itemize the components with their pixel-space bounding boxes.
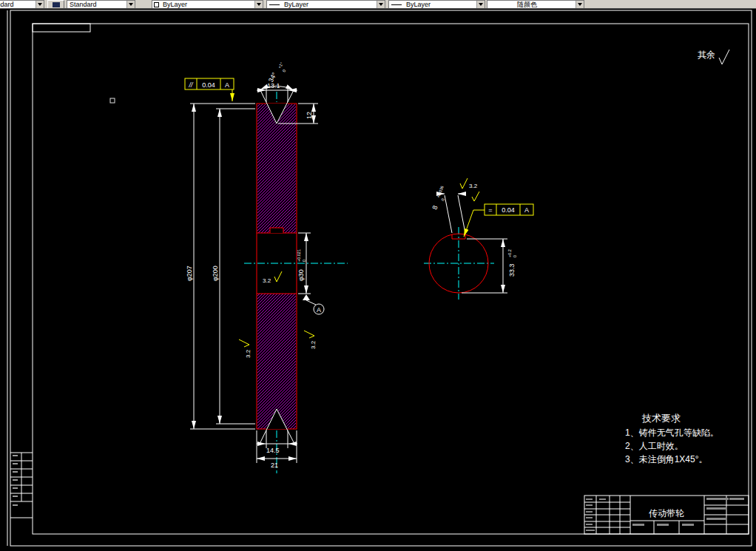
svg-text:3.2: 3.2: [245, 349, 252, 358]
chevron-down-icon[interactable]: [254, 1, 263, 8]
svg-text:3.2: 3.2: [310, 340, 317, 349]
dim-style-value: Standard: [0, 1, 36, 8]
plot-style-combo[interactable]: 随颜色: [487, 0, 584, 9]
lineweight-value: ByLayer: [404, 1, 476, 8]
linetype-icon: [269, 4, 280, 5]
roughness-right: 3.2: [304, 331, 317, 349]
text-style-value: Standard: [67, 1, 126, 8]
frame-left-cell-text-marks: [13, 455, 18, 506]
tolerance-frame-front: // 0.04 A: [185, 78, 234, 101]
roughness-left: 3.2: [239, 339, 252, 358]
dim-groove-bottom-width: 14.5: [266, 447, 280, 454]
tech-requirements: 技术要求 1、铸件无气孔等缺陷。 2、人工时效。 3、未注倒角1X45°。: [625, 413, 719, 464]
toolbar: Standard Standard ByLayer ByLayer ByLaye…: [0, 0, 756, 9]
dim-keyway-height-tol-upper: +0.2: [507, 249, 512, 257]
color-control-combo[interactable]: ByLayer: [152, 0, 263, 9]
dim-outer-diameter: φ207: [186, 266, 193, 281]
chevron-down-icon[interactable]: [126, 1, 135, 8]
chevron-down-icon[interactable]: [377, 1, 385, 8]
linetype-value: ByLayer: [282, 1, 377, 8]
text-style-combo[interactable]: Standard: [67, 0, 135, 9]
tolerance-value: 0.04: [502, 206, 515, 214]
color-control-value: ByLayer: [161, 1, 254, 8]
surface-finish-icon: [719, 50, 729, 64]
tech-req-item: 2、人工时效。: [625, 441, 684, 451]
dim-rim-width: 21: [271, 462, 278, 469]
dim-bore-tol-upper: +0.021: [297, 249, 301, 262]
style-manager-icon: [53, 2, 60, 7]
roughness-check-icon: [472, 192, 479, 201]
sheet-frame: [7, 10, 752, 546]
corner-note-text: 其余: [698, 50, 715, 60]
frame-left-cells: [10, 453, 33, 518]
lineweight-combo[interactable]: ByLayer: [388, 0, 485, 9]
drawing-canvas[interactable]: φ207 φ200 13.1 12 34° +1° 0 14.5 21 φ30 …: [0, 9, 756, 551]
dim-groove-angle-tol-upper: +1°: [277, 61, 284, 69]
dim-pitch-diameter: φ200: [212, 266, 219, 281]
chevron-down-icon[interactable]: [476, 1, 485, 8]
tech-req-title: 技术要求: [641, 413, 681, 424]
datum-label: A: [317, 306, 321, 314]
tech-req-item: 3、未注倒角1X45°。: [625, 454, 708, 464]
front-view: φ207 φ200 13.1 12 34° +1° 0 14.5 21 φ30 …: [185, 61, 348, 473]
dim-keyway-width-tol-upper: +0.036: [436, 185, 444, 198]
linetype-combo[interactable]: ByLayer: [266, 0, 385, 9]
style-manager-button[interactable]: [47, 0, 64, 9]
dim-style-combo[interactable]: Standard: [0, 0, 44, 9]
datum-flag: A: [303, 294, 324, 314]
tolerance-frame-side: = 0.04 A: [464, 204, 533, 237]
roughness-keyway: 3.2: [460, 178, 478, 189]
dim-keyway-height: 33.3: [508, 263, 516, 277]
dim-bore-diameter: φ30: [297, 269, 305, 281]
dim-groove-depth: 12: [306, 112, 313, 119]
chevron-down-icon[interactable]: [36, 1, 44, 8]
tolerance-datum: A: [524, 206, 529, 214]
color-swatch-icon: [154, 2, 159, 7]
part-name: 传动带轮: [649, 508, 684, 518]
dim-bore-tol-lower: 0: [302, 260, 306, 262]
cad-window: Standard Standard ByLayer ByLayer ByLaye…: [0, 0, 756, 551]
dim-groove-angle-tol-lower: 0: [282, 69, 287, 73]
tech-req-item: 1、铸件无气孔等缺陷。: [625, 427, 719, 438]
dim-keyway-width: 8: [431, 205, 439, 211]
plot-style-value: 随颜色: [487, 1, 576, 8]
corner-finish-note: 其余: [698, 50, 729, 64]
centerlines: [424, 227, 494, 300]
svg-text:3.2: 3.2: [263, 277, 271, 284]
tolerance-symbol: =: [488, 206, 492, 214]
chevron-down-icon[interactable]: [576, 1, 584, 8]
tolerance-value: 0.04: [202, 81, 215, 89]
grip-marker[interactable]: [110, 98, 115, 103]
roughness-bore: 3.2: [263, 271, 282, 284]
dim-keyway-width-tol-lower: 0: [440, 197, 445, 201]
lineweight-icon: [391, 4, 402, 5]
tolerance-datum: A: [225, 81, 229, 89]
drawing-svg: φ207 φ200 13.1 12 34° +1° 0 14.5 21 φ30 …: [0, 9, 756, 551]
svg-text:3.2: 3.2: [469, 183, 478, 189]
dim-keyway-height-tol-lower: 0: [513, 255, 517, 257]
side-view: 33.3 +0.2 0 8 +0.036 0 3.2 = 0.04 A: [424, 178, 533, 300]
